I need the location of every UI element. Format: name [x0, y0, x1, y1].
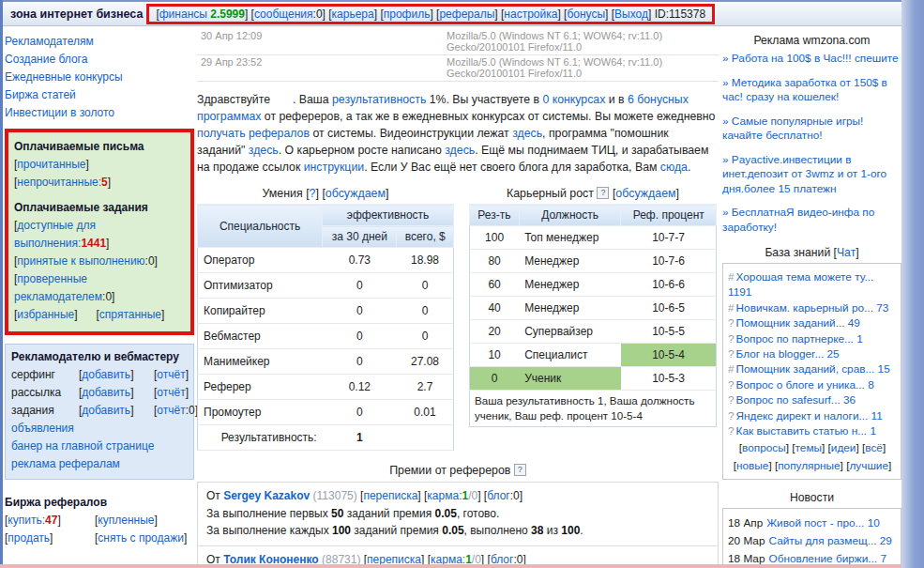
link[interactable]: ? [310, 187, 316, 200]
ad-link[interactable]: » Методика заработка от 150$ в час! сраз… [722, 76, 901, 105]
link[interactable]: карьера [332, 8, 374, 21]
career-role: Специалист [519, 344, 621, 367]
link[interactable]: непрочитанные: [17, 176, 101, 189]
text-segment: :0] [510, 489, 523, 502]
link[interactable]: прочитанные [17, 158, 85, 171]
link[interactable]: добавить [82, 404, 130, 417]
link[interactable]: отчёт [157, 386, 185, 399]
topic-link[interactable]: Новичкам. карьерный ро... [736, 301, 873, 315]
login-useragent: Mozilla/5.0 (Windows NT 6.1; WOW64; rv:1… [447, 30, 715, 53]
topic-count[interactable]: 36 [843, 393, 856, 407]
link[interactable]: здесь [512, 127, 542, 140]
topic-count[interactable]: 8 [868, 378, 874, 391]
link[interactable]: избранные [17, 308, 74, 321]
link[interactable]: Чат [837, 246, 856, 259]
login-useragent: Mozilla/5.0 (Windows NT 6.1; WOW64; rv:1… [447, 56, 715, 79]
topic-link[interactable]: Помощник заданий... [736, 316, 845, 330]
link[interactable]: лучшие [849, 459, 888, 472]
referral-market-title: Биржа рефералов [5, 494, 194, 512]
text-segment: ] [ [74, 308, 99, 321]
link[interactable]: карма: [427, 489, 462, 502]
nav-daily-contests[interactable]: Ежедневные конкурсы [5, 69, 194, 86]
topic-count[interactable]: 1 [870, 424, 876, 438]
topic-link[interactable]: Хорошая тема можете ту... [736, 270, 874, 284]
link[interactable]: инструкции [304, 161, 364, 174]
link[interactable]: получать рефералов [197, 127, 310, 140]
link[interactable]: отчёт [157, 368, 185, 381]
nav-advertisers[interactable]: Рекламодателям [5, 33, 194, 51]
ad-link[interactable]: » Работа на 100$ в Час!!! спешите [722, 52, 901, 67]
link[interactable]: снять с продажи [98, 531, 184, 545]
topic-count[interactable]: 25 [827, 347, 840, 361]
ad-link[interactable]: » Payactive.инвестиции в инет.депозит от… [722, 153, 901, 197]
link[interactable]: популярные [778, 459, 840, 472]
topic-count[interactable]: 73 [876, 301, 888, 315]
ad-link[interactable]: » Самые популярные игры! качайте бесплат… [722, 115, 901, 144]
link[interactable]: всё [865, 441, 883, 454]
link[interactable]: рефералы [439, 8, 494, 21]
topic-count[interactable]: 11 [871, 409, 883, 422]
help-icon: ? [514, 464, 526, 476]
adv-link-ads[interactable]: объявления [11, 420, 188, 438]
link[interactable]: проверенные рекламодателем [14, 272, 102, 303]
link[interactable]: профиль [384, 8, 431, 21]
news-count[interactable]: 29 [880, 534, 892, 547]
adv-link-banner[interactable]: банер на главной странице [11, 438, 188, 455]
kb-topic: #Новичкам. карьерный ро... 73 [728, 300, 897, 315]
topic-link[interactable]: Блог на blogger... [736, 347, 825, 361]
nav-create-blog[interactable]: Создание блога [5, 51, 194, 69]
nav-gold-invest[interactable]: Инвестиции в золото [5, 104, 194, 122]
link[interactable]: обсуждаем [615, 187, 675, 200]
news-link[interactable]: Живой пост - про... [766, 516, 864, 530]
link[interactable]: вопросы [742, 441, 786, 454]
topic-count[interactable]: 15 [878, 362, 890, 376]
topic-link[interactable]: Вопрос по партнерке... [736, 332, 854, 345]
link[interactable]: добавить [82, 386, 130, 399]
ad-link[interactable]: » БесплатнаЯ видео-инфа по заработку! [722, 206, 901, 235]
topic-count[interactable]: 49 [848, 316, 860, 330]
career-ref: 10-6-5 [621, 297, 717, 320]
link[interactable]: обсуждаем [326, 187, 386, 200]
news-link[interactable]: Сайты для размещ... [768, 534, 876, 547]
link[interactable]: бонусы [567, 8, 605, 21]
skill-name: Копирайтер [198, 299, 323, 324]
link[interactable]: продать [8, 531, 50, 545]
link[interactable]: сообщения [254, 8, 313, 21]
link[interactable]: результативность [332, 93, 426, 106]
topic-link[interactable]: Как выставить статью н... [736, 424, 868, 438]
link[interactable]: новые [736, 459, 768, 472]
link[interactable]: финансы [159, 8, 207, 21]
link[interactable]: купить: [8, 514, 45, 527]
nav-article-exchange[interactable]: Биржа статей [5, 86, 194, 104]
advertiser-box: Рекламодателю и вебмастеру серфинг [доба… [5, 344, 194, 480]
news-count[interactable]: 10 [868, 516, 880, 530]
career-role: Менеджер [519, 250, 621, 273]
topic-link[interactable]: Помощник заданий, срав... [736, 362, 875, 376]
link[interactable]: идеи [831, 441, 856, 454]
link[interactable]: здесь [445, 144, 475, 157]
topic-link[interactable]: Вопрос о блоге и уника... [736, 378, 865, 391]
topic-prefix: ? [728, 393, 735, 407]
link[interactable]: 0 конкурсах [542, 93, 605, 106]
adv-link-ref-ads[interactable]: реклама рефералам [11, 455, 188, 473]
topic-count[interactable]: 1191 [728, 285, 751, 299]
link[interactable]: блог [487, 489, 510, 502]
link[interactable]: переписка [363, 489, 417, 502]
link[interactable]: принятые к выполнению [17, 254, 144, 268]
annotation-line-bottom [0, 564, 901, 568]
link[interactable]: добавить [82, 368, 130, 381]
text-segment: ] [ [374, 8, 384, 21]
link[interactable]: Выход [614, 8, 648, 21]
link[interactable]: сюда [660, 161, 688, 174]
link[interactable]: настройка [504, 8, 557, 21]
link[interactable]: Sergey Kazakov [223, 489, 310, 502]
career-res: 80 [470, 250, 520, 273]
topic-link[interactable]: Вопрос по safesurf... [736, 393, 841, 407]
link[interactable]: спрятанные [99, 308, 161, 321]
topic-count[interactable]: 1 [856, 332, 863, 345]
link[interactable]: здесь [249, 144, 279, 157]
link[interactable]: отчёт [157, 404, 185, 417]
link[interactable]: темы [795, 441, 822, 454]
topic-link[interactable]: Яндекс директ и налоги... [736, 409, 869, 422]
link[interactable]: купленные [98, 514, 154, 527]
